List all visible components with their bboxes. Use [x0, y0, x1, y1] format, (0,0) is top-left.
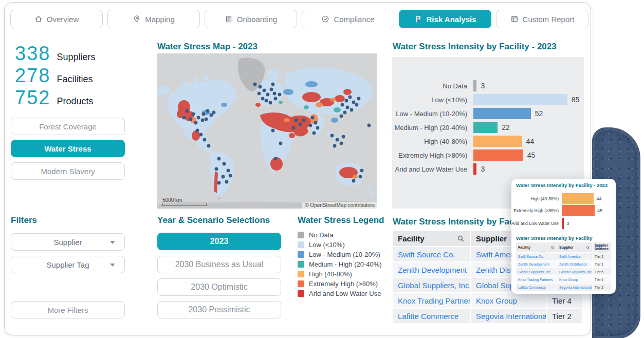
legend-swatch — [298, 251, 304, 258]
dashboard-window: Overview Mapping Onboarding Compliance R… — [4, 2, 591, 335]
modern-slavery-button[interactable]: Modern Slavery — [11, 162, 125, 180]
legend-swatch — [298, 232, 304, 238]
tab-label: Onboarding — [237, 15, 277, 24]
bar — [562, 193, 594, 204]
bar — [473, 122, 498, 133]
bar — [473, 136, 522, 147]
legend-item: Low - Medium (10-20%) — [298, 250, 380, 258]
tab-label: Compliance — [334, 15, 374, 24]
card-table-title: Water Stress Intensity by Facility — [516, 235, 593, 241]
bar-row: High (40-80%)44 — [392, 136, 584, 147]
scenario-2030-pessimistic-button[interactable]: 2030 Pessimistic — [157, 301, 281, 318]
legend-swatch — [298, 261, 304, 268]
scale-bar-line — [162, 203, 207, 206]
scenario-title: Year & Scenario Selections — [157, 215, 270, 226]
tab-bar: Overview Mapping Onboarding Compliance R… — [10, 10, 588, 28]
stat-value: 278 — [15, 65, 50, 87]
dropdown-label: Supplier Tag — [46, 260, 89, 269]
bar — [473, 94, 567, 105]
bar — [562, 205, 595, 216]
legend-swatch — [298, 280, 304, 287]
bar-row: Arid and Low Water Use3 — [392, 163, 584, 175]
facility-link[interactable]: Zenith Development — [393, 262, 470, 277]
drag-preview-card[interactable]: Water Stress Intensity by Facility - 202… — [511, 179, 616, 294]
tab-onboarding[interactable]: Onboarding — [205, 10, 297, 28]
stat-value: 338 — [15, 43, 50, 65]
tab-mapping[interactable]: Mapping — [107, 10, 200, 28]
search-icon[interactable] — [457, 235, 465, 242]
tab-overview[interactable]: Overview — [10, 10, 103, 28]
facility-link: Global Suppliers, Inc. — [516, 268, 557, 275]
facility-link[interactable]: Lafitte Commerce — [393, 309, 470, 323]
supplier-link: Zenith Distribution — [557, 260, 592, 268]
screenshot-root: Overview Mapping Onboarding Compliance R… — [0, 0, 644, 338]
supplier-link[interactable]: Knox Group — [471, 293, 546, 308]
chart-title: Water Stress Intensity by Facility - 202… — [393, 42, 557, 52]
legend-swatch — [298, 290, 304, 297]
bar-row: Extremely High (>80%)45 — [392, 149, 584, 161]
check-circle-icon — [321, 15, 329, 23]
supplier-tag-dropdown[interactable]: Supplier Tag — [11, 256, 125, 273]
map-scale-bar: 5000 km — [162, 197, 207, 206]
water-stress-button[interactable]: Water Stress — [11, 140, 125, 157]
chevron-down-icon — [110, 241, 115, 244]
tab-label: Overview — [47, 15, 79, 24]
report-icon — [510, 15, 519, 23]
water-stress-map[interactable]: 5000 km © OpenStreetMap contributors — [157, 53, 377, 209]
world-map-graphic — [157, 53, 377, 209]
facility-link: Lafitte Commerce — [516, 284, 557, 291]
mini-bar-row: High (40-80%)44 — [511, 193, 616, 204]
scenario-2030-optimistic-button[interactable]: 2030 Optimistic — [157, 278, 281, 296]
stat-value: 752 — [15, 87, 50, 109]
stat-label: Suppliers — [57, 52, 95, 63]
tab-compliance[interactable]: Compliance — [302, 10, 394, 28]
supplier-dropdown[interactable]: Supplier — [11, 233, 125, 251]
stat-label: Products — [57, 96, 93, 107]
facility-link[interactable]: Global Suppliers, Inc. — [393, 278, 470, 292]
tab-custom-report[interactable]: Custom Report — [496, 10, 588, 28]
scenario-2030-bau-button[interactable]: 2030 Business as Usual — [157, 256, 281, 273]
tab-label: Mapping — [145, 15, 175, 24]
supplier-link: Swift America — [557, 253, 592, 260]
more-filters-button[interactable]: More Filters — [11, 301, 125, 318]
legend-item: No Data — [298, 231, 334, 239]
search-icon — [586, 246, 590, 250]
bar — [473, 108, 531, 119]
bar — [473, 149, 523, 161]
scenario-2023-button[interactable]: 2023 — [157, 233, 281, 250]
supplier-link: Segovia International — [557, 284, 592, 291]
facility-link: Swift Source Co. — [516, 253, 557, 260]
facility-link[interactable]: Swift Source Co. — [393, 247, 470, 261]
chevron-down-icon — [110, 264, 115, 267]
home-icon — [34, 15, 43, 23]
dropdown-label: Supplier — [53, 238, 82, 247]
tab-label: Risk Analysis — [427, 15, 476, 24]
card-chart-title: Water Stress Intensity by Facility - 202… — [516, 182, 608, 188]
map-attribution[interactable]: © OpenStreetMap contributors — [302, 202, 377, 209]
legend-title: Water Stress Legend — [298, 215, 384, 226]
bar-row: Low (<10%)85 — [392, 94, 584, 105]
bar-row: Medium - High (20-40%)22 — [392, 122, 584, 133]
mini-bar-row: Extremely High (>80%)45 — [511, 204, 616, 216]
tab-risk-analysis[interactable]: Risk Analysis — [399, 10, 491, 28]
forest-coverage-button[interactable]: Forest Coverage — [11, 118, 125, 135]
supplier-link[interactable]: Segovia International — [471, 309, 546, 323]
clipboard-icon — [225, 15, 233, 23]
map-title: Water Stress Map - 2023 — [157, 42, 257, 52]
legend-item: Medium - High (20-40%) — [298, 260, 382, 268]
stat-products: 752 Products — [15, 87, 93, 109]
flag-icon — [414, 15, 422, 23]
facility-link[interactable]: Knox Trading Partners — [393, 293, 470, 308]
distance-cell: Tier 5 — [593, 268, 611, 275]
distance-cell: Tier 4 — [547, 293, 582, 308]
facility-link: Zenith Development — [516, 260, 557, 268]
mini-bar-row: Arid and Low Water Use3 — [511, 217, 616, 229]
bar-row: Low - Medium (10-20%)52 — [392, 108, 584, 119]
search-icon — [550, 246, 555, 250]
supplier-link: Global Suppliers, Inc. — [557, 268, 592, 275]
bar — [473, 80, 476, 91]
stat-facilities: 278 Facilities — [15, 65, 93, 87]
column-header-facility: Facility — [393, 231, 470, 246]
drag-ghost-slider: 0% 100% — [540, 250, 608, 254]
legend-swatch — [298, 271, 304, 277]
